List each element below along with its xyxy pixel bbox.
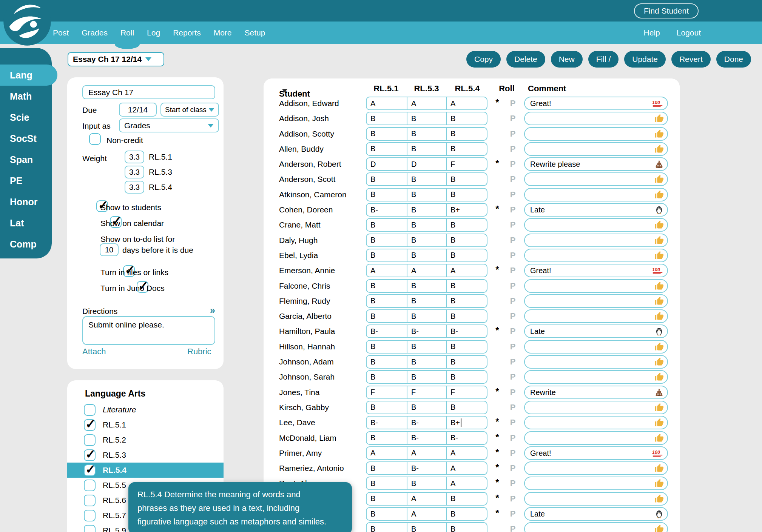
nav-item[interactable]: More bbox=[214, 22, 232, 44]
grade-input[interactable]: B bbox=[447, 249, 487, 261]
due-date-input[interactable]: 12/14 bbox=[119, 103, 157, 117]
roll-status[interactable]: P bbox=[507, 370, 518, 384]
thumbsup-icon[interactable] bbox=[654, 312, 664, 321]
thumbsup-icon[interactable] bbox=[654, 372, 664, 382]
standard-checkbox[interactable] bbox=[84, 449, 96, 461]
thumbsup-icon[interactable] bbox=[654, 464, 664, 473]
grade-input[interactable]: B bbox=[407, 204, 447, 216]
thumbsup-icon[interactable] bbox=[654, 433, 664, 443]
grade-input[interactable]: B bbox=[407, 219, 447, 231]
roll-status[interactable]: P bbox=[507, 249, 518, 262]
grade-input[interactable]: B bbox=[407, 112, 447, 125]
grade-input[interactable]: A bbox=[407, 447, 447, 459]
nav-item[interactable]: Grades bbox=[82, 22, 108, 44]
comment-input[interactable] bbox=[524, 127, 668, 141]
grade-input[interactable]: B bbox=[447, 341, 487, 353]
poop-icon[interactable] bbox=[654, 387, 664, 397]
comment-input[interactable] bbox=[524, 461, 668, 475]
comment-input[interactable] bbox=[524, 416, 668, 429]
assignment-selector[interactable]: Essay Ch 17 12/14 bbox=[68, 52, 164, 66]
comment-input[interactable] bbox=[524, 142, 668, 156]
grade-input[interactable]: B bbox=[407, 249, 447, 261]
roll-status[interactable]: P bbox=[507, 446, 518, 460]
grade-input[interactable]: B- bbox=[407, 432, 447, 444]
grade-input[interactable]: F bbox=[447, 386, 487, 398]
grade-input[interactable]: B bbox=[367, 371, 407, 383]
roll-status[interactable]: P bbox=[507, 97, 518, 110]
grade-input[interactable]: F bbox=[407, 386, 447, 398]
standard-checkbox[interactable] bbox=[84, 525, 96, 532]
thumbsup-icon[interactable] bbox=[654, 479, 664, 488]
roll-status[interactable]: P bbox=[507, 279, 518, 293]
grade-input[interactable]: A bbox=[447, 462, 487, 474]
standard-checkbox[interactable] bbox=[84, 495, 96, 506]
due-time-select[interactable]: Start of class bbox=[160, 103, 219, 117]
weight-input[interactable]: 3.3 bbox=[125, 166, 144, 178]
grade-input[interactable]: B bbox=[407, 401, 447, 414]
grade-input[interactable]: B bbox=[407, 356, 447, 368]
grade-input[interactable]: B bbox=[407, 143, 447, 155]
thumbsup-icon[interactable] bbox=[654, 494, 664, 503]
grade-input[interactable]: B bbox=[367, 128, 407, 140]
comment-input[interactable] bbox=[524, 431, 668, 445]
directions-textarea[interactable]: Submit online please. bbox=[82, 316, 215, 345]
weight-input[interactable]: 3.3 bbox=[125, 151, 144, 163]
thumbsup-icon[interactable] bbox=[654, 175, 664, 184]
penguin-icon[interactable] bbox=[654, 509, 664, 519]
grade-input[interactable]: B bbox=[367, 341, 407, 353]
grade-input[interactable]: B bbox=[407, 371, 447, 383]
grade-input[interactable]: B bbox=[407, 234, 447, 246]
comment-input[interactable]: Great! 100 bbox=[524, 446, 668, 460]
comment-input[interactable] bbox=[524, 279, 668, 293]
grade-column-header[interactable]: RL.5.4 bbox=[447, 84, 487, 94]
grade-input[interactable]: B- bbox=[407, 325, 447, 337]
thumbsup-icon[interactable] bbox=[654, 403, 664, 412]
roll-status[interactable]: P bbox=[507, 127, 518, 141]
hundred-icon[interactable]: 100 bbox=[652, 100, 664, 108]
grade-input[interactable]: B bbox=[367, 112, 407, 125]
penguin-icon[interactable] bbox=[654, 327, 664, 336]
thumbsup-icon[interactable] bbox=[654, 190, 664, 199]
grade-input[interactable]: B- bbox=[367, 325, 407, 337]
expand-directions-icon[interactable]: » bbox=[210, 305, 214, 316]
thumbsup-icon[interactable] bbox=[654, 129, 664, 138]
comment-input[interactable] bbox=[524, 522, 668, 532]
grade-input[interactable]: B bbox=[447, 234, 487, 246]
roll-status[interactable]: P bbox=[507, 234, 518, 247]
comment-input[interactable] bbox=[524, 188, 668, 201]
thumbsup-icon[interactable] bbox=[654, 281, 664, 291]
grade-input[interactable]: B bbox=[447, 523, 487, 532]
grade-input[interactable]: B bbox=[447, 493, 487, 505]
grade-input[interactable]: B- bbox=[447, 432, 487, 444]
grade-input[interactable]: A bbox=[447, 477, 487, 489]
grade-input[interactable]: B bbox=[447, 310, 487, 322]
grade-input[interactable]: B bbox=[367, 219, 407, 231]
grade-input[interactable]: B bbox=[367, 249, 407, 261]
hundred-icon[interactable]: 100 bbox=[652, 449, 664, 457]
grade-input[interactable]: B bbox=[367, 173, 407, 185]
comment-input[interactable] bbox=[524, 172, 668, 186]
roll-status[interactable]: P bbox=[507, 294, 518, 308]
grade-input[interactable]: A bbox=[367, 97, 407, 109]
thumbsup-icon[interactable] bbox=[654, 144, 664, 154]
nav-item[interactable]: Log bbox=[147, 22, 160, 44]
grade-input[interactable]: B bbox=[407, 128, 447, 140]
standard-checkbox[interactable] bbox=[84, 510, 96, 521]
attach-link[interactable]: Attach bbox=[82, 347, 106, 357]
roll-status[interactable]: P bbox=[507, 309, 518, 323]
grade-input[interactable]: B+ bbox=[447, 417, 487, 429]
thumbsup-icon[interactable] bbox=[654, 114, 664, 123]
grade-input[interactable]: B- bbox=[367, 417, 407, 429]
grade-input[interactable]: B bbox=[447, 112, 487, 125]
roll-status[interactable]: P bbox=[507, 416, 518, 429]
thumbsup-icon[interactable] bbox=[654, 220, 664, 230]
grade-input[interactable]: B+ bbox=[447, 204, 487, 216]
poop-icon[interactable] bbox=[654, 160, 664, 169]
grade-input[interactable]: B- bbox=[447, 325, 487, 337]
grade-input[interactable]: A bbox=[407, 97, 447, 109]
grade-input[interactable]: B bbox=[407, 310, 447, 322]
grade-input[interactable]: B bbox=[447, 401, 487, 414]
grade-input[interactable]: B bbox=[447, 356, 487, 368]
nav-item[interactable]: Post bbox=[53, 22, 69, 44]
nav-item[interactable]: Help bbox=[644, 22, 660, 44]
